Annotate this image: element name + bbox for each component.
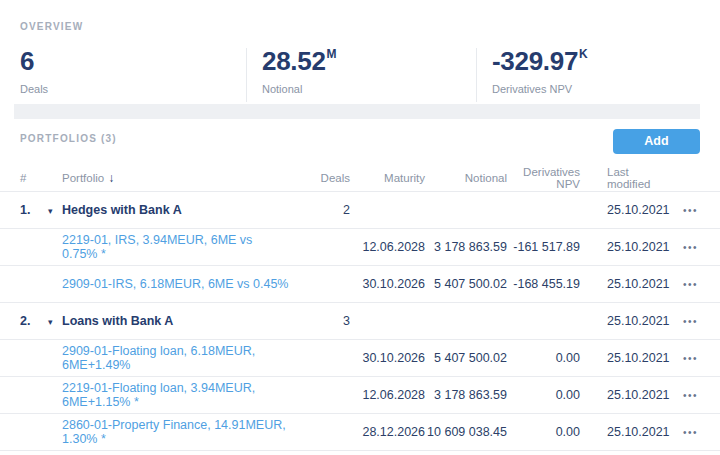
stat-derivatives-npv-suffix: K: [579, 47, 587, 61]
table-body: 1. ▾ Hedges with Bank A 2 25.10.2021 •••…: [0, 192, 720, 451]
deal-link[interactable]: 2860-01-Property Finance, 14.91MEUR, 1.3…: [62, 418, 290, 446]
row-notional: 3 178 863.59: [425, 388, 507, 402]
more-menu-icon[interactable]: •••: [683, 427, 698, 438]
row-last-modified: 25.10.2021: [580, 240, 670, 254]
overview-stats: 6 Deals 28.52M Notional -329.97K Derivat…: [0, 46, 720, 104]
row-notional: 5 407 500.02: [425, 277, 507, 291]
more-menu-icon[interactable]: •••: [683, 353, 698, 364]
stat-derivatives-npv: -329.97K Derivatives NPV: [492, 46, 587, 95]
table-row: 2219-01, IRS, 3.94MEUR, 6ME vs 0.75% * 1…: [0, 229, 720, 266]
portfolios-section-label: PORTFOLIOS (3): [20, 133, 117, 144]
row-notional: 3 178 863.59: [425, 240, 507, 254]
table-row: 2. ▾ Loans with Bank A 3 25.10.2021 •••: [0, 303, 720, 340]
table-header-row: # Portfolio↓ Deals Maturity Notional Der…: [0, 164, 720, 192]
collapse-caret-icon[interactable]: ▾: [48, 206, 53, 216]
stat-deals-label: Deals: [20, 83, 48, 95]
stat-deals-value: 6: [20, 46, 48, 76]
row-maturity: 12.06.2028: [350, 388, 425, 402]
row-last-modified: 25.10.2021: [580, 425, 670, 439]
collapse-caret-icon[interactable]: ▾: [48, 317, 53, 327]
overview-section-label: OVERVIEW: [20, 21, 83, 32]
row-notional: 10 609 038.45: [425, 425, 507, 439]
more-menu-icon[interactable]: •••: [683, 242, 698, 253]
column-header-portfolio[interactable]: Portfolio↓: [62, 171, 290, 185]
stat-notional-label: Notional: [262, 83, 336, 95]
stat-notional-suffix: M: [327, 47, 337, 61]
stat-divider: [476, 48, 477, 102]
row-last-modified: 25.10.2021: [580, 277, 670, 291]
deal-link[interactable]: 2219-01-Floating loan, 3.94MEUR, 6ME+1.1…: [62, 381, 290, 409]
deal-link[interactable]: 2219-01, IRS, 3.94MEUR, 6ME vs 0.75% *: [62, 233, 290, 261]
more-menu-icon[interactable]: •••: [683, 205, 698, 216]
row-maturity: 12.06.2028: [350, 240, 425, 254]
column-header-portfolio-label: Portfolio: [62, 172, 104, 184]
portfolio-overview-page: OVERVIEW 6 Deals 28.52M Notional -329.97…: [0, 0, 720, 455]
stat-derivatives-npv-number: -329.97: [492, 46, 578, 76]
portfolios-table: # Portfolio↓ Deals Maturity Notional Der…: [0, 164, 720, 451]
stat-notional: 28.52M Notional: [262, 46, 336, 95]
stat-notional-value: 28.52M: [262, 46, 336, 76]
stat-deals: 6 Deals: [20, 46, 48, 95]
stat-deals-number: 6: [20, 46, 34, 76]
row-derivatives-npv: 0.00: [507, 351, 580, 365]
stat-notional-number: 28.52: [262, 46, 326, 76]
row-notional: 5 407 500.02: [425, 351, 507, 365]
more-menu-icon[interactable]: •••: [683, 279, 698, 290]
add-portfolio-button[interactable]: Add: [613, 129, 700, 154]
more-menu-icon[interactable]: •••: [683, 316, 698, 327]
column-header-last-modified: Last modified: [580, 166, 670, 190]
row-derivatives-npv: 0.00: [507, 425, 580, 439]
portfolio-name: Hedges with Bank A: [62, 203, 290, 217]
row-maturity: 28.12.2026: [350, 425, 425, 439]
portfolio-name: Loans with Bank A: [62, 314, 290, 328]
row-maturity: 30.10.2026: [350, 277, 425, 291]
table-row: 2219-01-Floating loan, 3.94MEUR, 6ME+1.1…: [0, 377, 720, 414]
row-last-modified: 25.10.2021: [580, 351, 670, 365]
deal-link[interactable]: 2909-01-Floating loan, 6.18MEUR, 6ME+1.4…: [62, 344, 290, 372]
column-header-notional: Notional: [425, 172, 507, 184]
table-row: 2909-01-IRS, 6.18MEUR, 6ME vs 0.45% 30.1…: [0, 266, 720, 303]
stat-derivatives-npv-label: Derivatives NPV: [492, 83, 587, 95]
row-last-modified: 25.10.2021: [580, 314, 670, 328]
row-derivatives-npv: -161 517.89: [507, 240, 580, 254]
column-header-derivatives-npv: Derivatives NPV: [507, 166, 580, 190]
sort-descending-icon[interactable]: ↓: [108, 171, 114, 185]
row-derivatives-npv: -168 455.19: [507, 277, 580, 291]
table-row: 2909-01-Floating loan, 6.18MEUR, 6ME+1.4…: [0, 340, 720, 377]
column-header-deals: Deals: [290, 172, 350, 184]
deal-link[interactable]: 2909-01-IRS, 6.18MEUR, 6ME vs 0.45%: [62, 277, 290, 291]
row-deals-count: 2: [290, 203, 350, 217]
row-deals-count: 3: [290, 314, 350, 328]
more-menu-icon[interactable]: •••: [683, 390, 698, 401]
stat-divider: [246, 48, 247, 102]
column-header-maturity: Maturity: [350, 172, 425, 184]
row-index: 2.: [20, 314, 48, 328]
column-header-index: #: [20, 172, 48, 184]
table-row: 2860-01-Property Finance, 14.91MEUR, 1.3…: [0, 414, 720, 451]
row-derivatives-npv: 0.00: [507, 388, 580, 402]
row-last-modified: 25.10.2021: [580, 203, 670, 217]
stat-derivatives-npv-value: -329.97K: [492, 46, 587, 76]
row-last-modified: 25.10.2021: [580, 388, 670, 402]
table-row: 1. ▾ Hedges with Bank A 2 25.10.2021 •••: [0, 192, 720, 229]
row-maturity: 30.10.2026: [350, 351, 425, 365]
section-divider-strip: [14, 104, 700, 119]
row-index: 1.: [20, 203, 48, 217]
